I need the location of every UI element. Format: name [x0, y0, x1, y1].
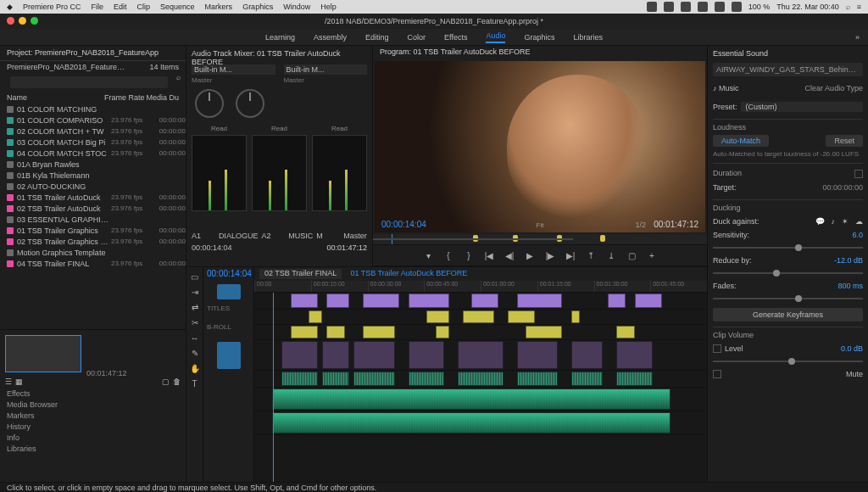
clip[interactable] [326, 326, 344, 338]
step-fwd-icon[interactable]: |▶ [544, 249, 556, 261]
panel-tab[interactable]: Effects [7, 389, 179, 400]
timeline-track[interactable] [254, 340, 707, 371]
clip[interactable] [291, 294, 318, 308]
music-icon[interactable]: ♪ [832, 217, 836, 226]
clip-volume-section[interactable]: Clip Volume [713, 331, 863, 339]
status-icon[interactable] [732, 2, 742, 12]
clip[interactable] [363, 294, 399, 308]
project-tab[interactable]: Project: PremierePro_NAB2018_FeatureApp [0, 46, 186, 61]
reset-button[interactable]: Reset [826, 135, 863, 147]
play-icon[interactable]: ▶ [524, 249, 536, 261]
track-select-icon[interactable]: ⇥ [189, 286, 201, 298]
project-item[interactable]: 01B Kyla Thielemann [0, 170, 186, 181]
channel-select[interactable]: Built-in M... [192, 64, 275, 75]
step-back-icon[interactable]: ◀| [504, 249, 515, 261]
ws-audio[interactable]: Audio [486, 31, 505, 43]
clip[interactable] [526, 326, 562, 338]
menu-markers[interactable]: Markers [205, 3, 233, 11]
ws-effects[interactable]: Effects [444, 33, 467, 42]
automation-mode[interactable]: Read [312, 125, 367, 132]
panel-tab[interactable]: Media Browser [7, 400, 179, 411]
hand-tool-icon[interactable]: ✋ [189, 362, 201, 374]
menu-clip[interactable]: Clip [137, 3, 151, 11]
track-label[interactable]: B-ROLL [203, 320, 253, 338]
timeline-track[interactable] [254, 293, 707, 310]
status-icon[interactable] [681, 2, 691, 12]
project-item[interactable]: 01A Bryan Rawles [0, 159, 186, 170]
zoom-button[interactable] [31, 17, 38, 25]
program-tc-in[interactable]: 00:00:14:04 [381, 220, 426, 229]
project-item[interactable]: Motion Graphics Template [0, 247, 186, 258]
iconview-icon[interactable]: ▦ [15, 377, 23, 386]
sfx-icon[interactable]: ✶ [842, 217, 849, 226]
clip[interactable] [363, 326, 394, 338]
sensitivity-value[interactable]: 6.0 [852, 231, 863, 239]
auto-match-button[interactable]: Auto-Match [713, 135, 769, 147]
clip[interactable] [353, 372, 394, 386]
clip[interactable] [326, 294, 349, 308]
status-icon[interactable] [698, 2, 708, 12]
clear-type-button[interactable]: Clear Audio Type [805, 84, 863, 92]
source-patch[interactable] [217, 342, 241, 369]
clip[interactable] [272, 412, 670, 433]
ws-assembly[interactable]: Assembly [314, 33, 347, 42]
pan-dial[interactable] [195, 89, 224, 118]
level-toggle[interactable] [713, 344, 721, 353]
seq-tab-active[interactable]: 01 TSB Trailer AutoDuck BEFORE [345, 269, 472, 279]
project-item[interactable]: 04 TSB Trailer FINAL23.976 fps00:00:00 [0, 258, 186, 269]
timeline-track[interactable] [254, 388, 707, 411]
automation-mode[interactable]: Read [192, 125, 247, 132]
ws-learning[interactable]: Learning [265, 33, 295, 42]
app-name[interactable]: Premiere Pro CC [23, 3, 81, 11]
project-item[interactable]: 01 COLOR MATCHING [0, 103, 186, 115]
clip[interactable] [517, 294, 562, 308]
panel-tab[interactable]: History [7, 422, 179, 433]
level-meter[interactable] [312, 135, 367, 211]
project-item[interactable]: 01 TSB Trailer AutoDuck23.976 fps00:00:0… [0, 192, 186, 203]
level-value[interactable]: 0.0 dB [841, 344, 863, 353]
clip[interactable] [281, 341, 318, 369]
timeline-track[interactable] [254, 371, 707, 388]
trash-icon[interactable]: 🗑 [173, 377, 181, 386]
clip[interactable] [291, 326, 318, 338]
clip[interactable] [517, 372, 558, 386]
settings-icon[interactable]: + [646, 249, 658, 261]
mute-toggle[interactable] [713, 370, 721, 378]
clip[interactable] [471, 294, 498, 308]
level-meter[interactable] [192, 135, 247, 211]
goto-out-icon[interactable]: ▶| [565, 249, 576, 261]
level-slider[interactable] [713, 355, 863, 367]
clip[interactable] [463, 310, 494, 323]
menu-help[interactable]: Help [320, 3, 337, 11]
reduce-slider[interactable] [713, 267, 863, 279]
timeline-timecode[interactable]: 00:00:14:04 [203, 267, 253, 282]
menu-graphics[interactable]: Graphics [242, 3, 273, 11]
panel-tab[interactable]: Info [7, 433, 179, 444]
clip[interactable] [309, 310, 322, 323]
close-button[interactable] [7, 17, 14, 25]
panel-tab[interactable]: Markers [7, 411, 179, 422]
search-input[interactable] [10, 76, 168, 88]
extract-icon[interactable]: ⤓ [605, 249, 617, 261]
clip[interactable] [616, 372, 653, 386]
ess-tab[interactable]: Essential Sound [713, 49, 863, 58]
project-item[interactable]: 03 ESSENTIAL GRAPHICS [0, 214, 186, 225]
tracks-area[interactable] [254, 293, 707, 482]
clip[interactable] [322, 341, 349, 369]
clip[interactable] [281, 372, 318, 386]
menu-window[interactable]: Window [283, 3, 310, 11]
export-frame-icon[interactable]: ▢ [626, 249, 637, 261]
clip[interactable] [409, 294, 449, 308]
selection-tool-icon[interactable]: ▭ [189, 271, 201, 282]
clip[interactable] [272, 389, 670, 410]
spotlight-icon[interactable]: ⌕ [846, 3, 850, 11]
status-icon[interactable] [715, 2, 725, 12]
razor-tool-icon[interactable]: ✂ [189, 316, 201, 328]
reduce-value[interactable]: -12.0 dB [834, 256, 863, 265]
project-item[interactable]: 03 COLOR MATCH Big Pi23.976 fps00:00:00 [0, 137, 186, 148]
program-tc-out[interactable]: 00:01:47:12 [654, 220, 698, 229]
project-item[interactable]: 01 COLOR COMPARISO23.976 fps00:00:00 [0, 115, 186, 126]
program-tab[interactable]: Program: 01 TSB Trailer AutoDuck BEFORE [373, 46, 707, 59]
ws-color[interactable]: Color [408, 33, 426, 42]
clip[interactable] [458, 372, 503, 386]
